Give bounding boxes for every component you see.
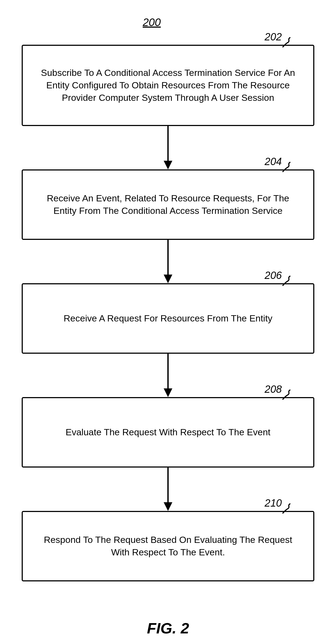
step-ref-number: 204 [265, 156, 282, 168]
step-box: Respond To The Request Based On Evaluati… [22, 511, 314, 581]
step-text: Receive An Event, Related To Resource Re… [36, 192, 300, 217]
arrow-down-icon [160, 468, 176, 511]
flow-step: 208 Evaluate The Request With Respect To… [22, 397, 314, 468]
step-text: Receive A Request For Resources From The… [64, 312, 272, 325]
step-box: Evaluate The Request With Respect To The… [22, 397, 314, 468]
flow-step: 206 Receive A Request For Resources From… [22, 283, 314, 354]
figure-caption: FIG. 2 [147, 619, 189, 637]
diagram-id: 200 [143, 16, 161, 28]
svg-marker-7 [164, 502, 172, 511]
step-box: Subscribe To A Conditional Access Termin… [22, 45, 314, 126]
step-text: Subscribe To A Conditional Access Termin… [36, 67, 300, 104]
svg-marker-3 [164, 275, 172, 283]
flowchart-page: 200 202 Subscribe To A Conditional Acces… [0, 0, 336, 644]
flow-step: 204 Receive An Event, Related To Resourc… [22, 169, 314, 240]
flow-step: 202 Subscribe To A Conditional Access Te… [22, 45, 314, 126]
svg-marker-5 [164, 388, 172, 397]
step-ref-number: 202 [265, 31, 282, 43]
step-ref-number: 206 [265, 270, 282, 281]
step-box: Receive A Request For Resources From The… [22, 283, 314, 354]
step-ref-number: 208 [265, 384, 282, 395]
step-text: Respond To The Request Based On Evaluati… [36, 534, 300, 559]
step-text: Evaluate The Request With Respect To The… [66, 426, 270, 439]
arrow-down-icon [160, 354, 176, 397]
step-box: Receive An Event, Related To Resource Re… [22, 169, 314, 240]
flow-step: 210 Respond To The Request Based On Eval… [22, 511, 314, 581]
arrow-down-icon [160, 240, 176, 283]
svg-marker-1 [164, 161, 172, 169]
arrow-down-icon [160, 126, 176, 169]
step-ref-number: 210 [265, 497, 282, 509]
